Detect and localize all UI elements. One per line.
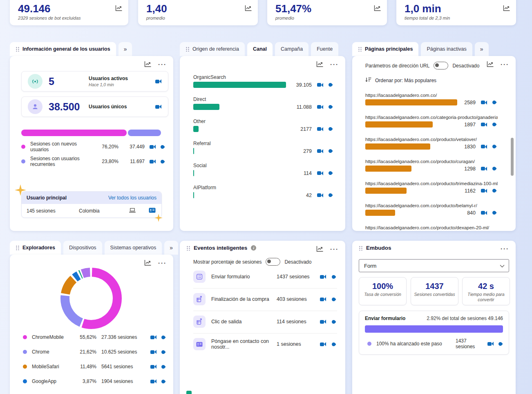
more-menu-icon[interactable]: ··· bbox=[330, 61, 339, 67]
drag-handle-icon[interactable] bbox=[16, 47, 19, 51]
recordings-camera-icon[interactable] bbox=[320, 297, 326, 302]
unique-users-value: 38.500 bbox=[49, 101, 89, 113]
funnel-select[interactable]: Form bbox=[359, 259, 509, 272]
heatmap-drop-icon[interactable] bbox=[160, 159, 165, 164]
recordings-camera-icon[interactable] bbox=[320, 342, 326, 347]
trend-chart-icon[interactable] bbox=[144, 61, 152, 67]
active-users-ago: Hace 1,0 min bbox=[89, 82, 155, 87]
url-params-label: Parámetros de dirección URL bbox=[365, 63, 429, 69]
drag-handle-icon[interactable] bbox=[186, 47, 189, 51]
trend-chart-icon[interactable] bbox=[487, 61, 494, 67]
recordings-camera-icon[interactable] bbox=[150, 144, 156, 149]
heatmap-drop-icon[interactable] bbox=[161, 379, 166, 384]
more-menu-icon[interactable]: ··· bbox=[158, 61, 167, 67]
recordings-camera-icon[interactable] bbox=[150, 349, 156, 354]
tab-browsers[interactable]: Exploradores bbox=[10, 241, 61, 255]
trend-chart-icon[interactable] bbox=[245, 5, 252, 11]
heatmap-drop-icon[interactable] bbox=[328, 82, 333, 87]
see-all-users-link[interactable]: Ver todos los usuarios bbox=[108, 195, 156, 201]
heatmap-drop-icon[interactable] bbox=[161, 349, 166, 355]
page-value: 1830 bbox=[463, 144, 476, 150]
recordings-camera-icon[interactable] bbox=[317, 149, 323, 154]
drag-handle-icon[interactable] bbox=[358, 47, 362, 51]
trend-chart-icon[interactable] bbox=[374, 5, 381, 11]
tab-users-overview[interactable]: Información general de los usuarios bbox=[10, 42, 116, 56]
trend-chart-icon[interactable] bbox=[316, 246, 324, 252]
heatmap-drop-icon[interactable] bbox=[328, 126, 333, 132]
recordings-camera-icon[interactable] bbox=[487, 341, 494, 346]
heatmap-drop-icon[interactable] bbox=[331, 319, 336, 325]
sessions-split-bar bbox=[21, 130, 161, 136]
contact-card-icon[interactable] bbox=[149, 208, 156, 214]
recordings-camera-icon[interactable] bbox=[155, 79, 161, 84]
more-menu-icon[interactable]: ··· bbox=[501, 61, 509, 67]
tab-inactive-pages[interactable]: Páginas inactivas bbox=[421, 42, 472, 56]
tab-campaign[interactable]: Campaña bbox=[275, 42, 308, 56]
heatmap-drop-icon[interactable] bbox=[492, 210, 497, 215]
more-menu-icon[interactable]: ··· bbox=[501, 246, 509, 252]
smart-event-row: Enviar formulario 1437 sesiones bbox=[193, 268, 335, 286]
session-percent-toggle[interactable] bbox=[266, 258, 280, 266]
tab-channel[interactable]: Canal bbox=[247, 42, 273, 56]
recordings-camera-icon[interactable] bbox=[317, 171, 323, 176]
trend-chart-icon[interactable] bbox=[503, 5, 510, 11]
top-user-sessions: 145 sesiones bbox=[27, 208, 79, 214]
tab-operating-systems[interactable]: Sistemas operativos bbox=[105, 241, 162, 255]
heatmap-drop-icon[interactable] bbox=[498, 341, 503, 347]
heatmap-drop-icon[interactable] bbox=[492, 166, 497, 171]
more-menu-icon[interactable]: ··· bbox=[330, 246, 339, 252]
expand-tabs-button[interactable]: » bbox=[475, 42, 489, 56]
heatmap-drop-icon[interactable] bbox=[492, 144, 497, 149]
heatmap-drop-icon[interactable] bbox=[492, 122, 497, 127]
info-icon[interactable]: i bbox=[251, 245, 256, 251]
sort-control[interactable]: Ordenar por: Más populares bbox=[365, 77, 436, 83]
heatmap-drop-icon[interactable] bbox=[328, 148, 333, 154]
drag-handle-icon[interactable] bbox=[16, 245, 19, 250]
recordings-camera-icon[interactable] bbox=[320, 319, 326, 324]
channel-value: 114 bbox=[291, 170, 312, 176]
browsers-donut-svg[interactable] bbox=[60, 267, 123, 330]
recordings-camera-icon[interactable] bbox=[150, 364, 156, 369]
heatmap-drop-icon[interactable] bbox=[331, 274, 336, 280]
recordings-camera-icon[interactable] bbox=[481, 166, 487, 171]
more-menu-icon[interactable]: ··· bbox=[158, 260, 167, 266]
heatmap-drop-icon[interactable] bbox=[331, 297, 336, 302]
heatmap-drop-icon[interactable] bbox=[331, 342, 336, 347]
tab-top-pages[interactable]: Páginas principales bbox=[352, 42, 418, 56]
recordings-camera-icon[interactable] bbox=[150, 335, 156, 340]
trend-chart-icon[interactable] bbox=[115, 5, 123, 11]
drag-handle-icon[interactable] bbox=[186, 246, 190, 251]
tab-source[interactable]: Fuente bbox=[311, 42, 338, 56]
trend-chart-icon[interactable] bbox=[144, 260, 152, 266]
trend-chart-icon[interactable] bbox=[316, 61, 324, 67]
url-params-toggle[interactable] bbox=[434, 62, 448, 69]
heatmap-drop-icon[interactable] bbox=[492, 188, 497, 193]
recordings-camera-icon[interactable] bbox=[320, 274, 326, 279]
recordings-camera-icon[interactable] bbox=[481, 122, 487, 127]
recordings-camera-icon[interactable] bbox=[317, 193, 323, 198]
heatmap-drop-icon[interactable] bbox=[328, 170, 333, 176]
recordings-camera-icon[interactable] bbox=[481, 144, 487, 149]
expand-tabs-button[interactable]: » bbox=[164, 241, 178, 255]
recordings-camera-icon[interactable] bbox=[317, 83, 323, 87]
recordings-camera-icon[interactable] bbox=[481, 188, 487, 193]
heatmap-drop-icon[interactable] bbox=[492, 100, 497, 105]
scrollbar-thumb[interactable] bbox=[511, 138, 514, 176]
recordings-camera-icon[interactable] bbox=[155, 104, 161, 109]
heatmap-drop-icon[interactable] bbox=[160, 144, 165, 150]
heatmap-drop-icon[interactable] bbox=[161, 335, 166, 340]
recordings-camera-icon[interactable] bbox=[150, 159, 156, 164]
heatmap-drop-icon[interactable] bbox=[161, 364, 166, 369]
recordings-camera-icon[interactable] bbox=[481, 100, 487, 105]
heatmap-drop-icon[interactable] bbox=[328, 193, 333, 198]
heatmap-drop-icon[interactable] bbox=[328, 104, 333, 110]
kpi-subtitle: promedio bbox=[275, 16, 387, 20]
tab-referrer[interactable]: Origen de referencia bbox=[180, 42, 245, 56]
recordings-camera-icon[interactable] bbox=[317, 105, 323, 110]
recordings-camera-icon[interactable] bbox=[317, 127, 323, 132]
expand-tabs-button[interactable]: » bbox=[118, 42, 132, 56]
recordings-camera-icon[interactable] bbox=[481, 210, 487, 215]
tab-devices[interactable]: Dispositivos bbox=[63, 241, 102, 255]
recordings-camera-icon[interactable] bbox=[150, 379, 156, 384]
drag-handle-icon[interactable] bbox=[359, 246, 362, 251]
